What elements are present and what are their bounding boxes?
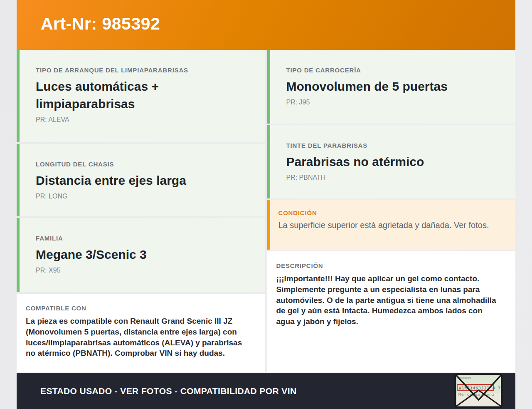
condition-text: La superficie superior está agrietada y … [278,220,495,231]
attribute-pr-code: PR: J95 [286,99,503,106]
compatible-text: La pieza es compatible con Renault Grand… [26,316,253,359]
attribute-label: TINTE DEL PARABRISAS [286,142,503,149]
description-label: DESCRIPCIÓN [276,262,503,269]
header-banner: Art-Nr: 985392 [17,0,515,50]
attribute-pr-code: PR: PBNATH [286,174,503,181]
left-column: TIPO DE ARRANQUE DEL LIMPIAPARABRISAS Lu… [17,50,265,372]
attribute-label: FAMILIA [36,235,253,242]
attribute-card-windshield-tint: TINTE DEL PARABRISAS Parabrisas no atérm… [267,125,516,198]
attribute-value: Distancia entre ejes larga [36,172,253,189]
attribute-value: Luces automáticas + limpiaparabrisas [36,78,253,113]
attribute-value: Megane 3/Scenic 3 [36,246,253,263]
listing-page: Art-Nr: 985392 TIPO DE ARRANQUE DEL LIMP… [0,0,532,409]
description-card: DESCRIPCIÓN ¡¡¡Importante!!! Hay que apl… [267,251,516,372]
attribute-label: LONGITUD DEL CHASIS [36,161,253,168]
condition-label: CONDICIÓN [278,209,503,216]
content-container: Art-Nr: 985392 TIPO DE ARRANQUE DEL LIMP… [17,0,515,409]
attribute-pr-code: PR: LONG [36,193,253,200]
vin-document-envelope-icon: Fahrgestellnr. W1K71463J31 8 7 Mercedes-… [454,373,503,408]
svg-text:W1K71463J31 8 7: W1K71463J31 8 7 [459,386,501,390]
svg-text:Mercedes-Benz: Mercedes-Benz [458,392,495,397]
footer-bar: ESTADO USADO - VER FOTOS - COMPATIBILIDA… [17,373,515,409]
attribute-pr-code: PR: X95 [36,267,253,274]
attribute-value: Parabrisas no atérmico [286,153,503,171]
attribute-card-wiper-start-type: TIPO DE ARRANQUE DEL LIMPIAPARABRISAS Lu… [17,50,265,142]
attribute-card-body-type: TIPO DE CARROCERÍA Monovolumen de 5 puer… [267,50,516,124]
attribute-label: TIPO DE CARROCERÍA [286,67,503,74]
attribute-card-family: FAMILIA Megane 3/Scenic 3 PR: X95 [17,218,265,292]
attribute-value: Monovolumen de 5 puertas [286,78,503,95]
attribute-pr-code: PR: ALEVA [36,116,253,124]
condition-card: CONDICIÓN La superficie superior está ag… [267,200,516,250]
right-column: TIPO DE CARROCERÍA Monovolumen de 5 puer… [267,50,516,372]
attribute-card-chassis-length: LONGITUD DEL CHASIS Distancia entre ejes… [17,144,265,216]
footer-slogan: ESTADO USADO - VER FOTOS - COMPATIBILIDA… [40,386,297,396]
compatible-card: COMPATIBLE CON La pieza es compatible co… [17,294,265,372]
attribute-label: TIPO DE ARRANQUE DEL LIMPIAPARABRISAS [36,67,253,74]
description-text: ¡¡¡Importante!!! Hay que aplicar un gel … [276,273,503,327]
compatible-label: COMPATIBLE CON [26,305,253,312]
card-grid: TIPO DE ARRANQUE DEL LIMPIAPARABRISAS Lu… [17,50,515,372]
article-number-title: Art-Nr: 985392 [41,14,160,34]
